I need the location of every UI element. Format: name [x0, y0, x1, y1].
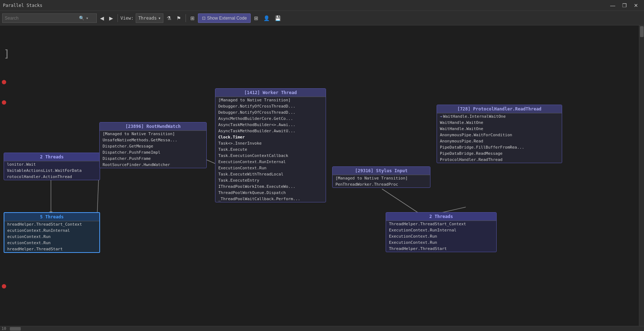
five-threads-node[interactable]: 5 Threads hreadHelper.ThreadStart_Contex…	[4, 212, 100, 253]
title-bar-text: Parallel Stacks	[3, 3, 42, 8]
node-row: IThreadPoolWorkItem.ExecuteWo...	[215, 183, 326, 190]
node-row: Task.ExecuteEntry	[215, 177, 326, 183]
right-scrollbar[interactable]	[639, 25, 644, 326]
node-row: PenThreadWorker.ThreadProc	[333, 181, 430, 187]
view-dropdown-icon: ▾	[158, 16, 161, 21]
protocol-handler-read-body: ⇒WaitHandle.InternalWaitOne WaitHandle.W…	[437, 113, 562, 163]
show-external-code-button[interactable]: ⊡ Show External Code	[198, 13, 251, 23]
node-row: WaitHandle.WaitOne	[437, 126, 562, 132]
node-row-highlighted: Clock.Timer	[215, 134, 326, 140]
node-row: ecutionContext.RunInternal	[4, 227, 99, 234]
view-dropdown[interactable]: Threads ▾	[136, 13, 163, 23]
two-threads-header: 2 Threads	[4, 153, 100, 161]
node-row: ExecutionContext.Run	[386, 233, 496, 239]
node-row: Dispatcher.PushFrame	[100, 156, 206, 162]
node-row: ThreadHelper.ThreadStart_Context	[386, 221, 496, 227]
show-external-label: Show External Code	[207, 16, 247, 21]
worker-thread-body: [Managed to Native Transition] Debugger.…	[215, 97, 326, 202]
user-button[interactable]: 👤	[262, 13, 271, 23]
protocol-handler-read-header: [728] ProtocolHandler.ReadThread	[437, 105, 562, 113]
right-scroll-thumb[interactable]	[640, 26, 644, 37]
protocol-handler-read-node[interactable]: [728] ProtocolHandler.ReadThread ⇒WaitHa…	[437, 105, 562, 163]
worker-thread-header: [1412] Worker Thread	[215, 89, 326, 97]
search-input[interactable]	[5, 16, 77, 21]
search-box[interactable]: 🔍 ▾	[2, 13, 97, 23]
node-row: [Managed to Native Transition]	[333, 175, 430, 181]
root-hwnd-watch-node[interactable]: [23896] RootHwndWatch [Managed to Native…	[99, 122, 207, 168]
svg-line-2	[207, 160, 215, 164]
node-row: ProtocolHandler.ReadThread	[437, 157, 562, 163]
node-row: Debugger.NotifyOfCrossThreadD...	[215, 109, 326, 116]
node-row: WaitHandle.WaitOne	[437, 120, 562, 126]
node-row: AsyncMethodBuilderCore.GetCo...	[215, 116, 326, 122]
node-row: [Managed to Native Transition]	[100, 131, 206, 137]
scrollbar-label: 10	[1, 326, 6, 331]
node-row: PipeDataBridge.ReadMessage	[437, 150, 562, 157]
view-label: View:	[120, 16, 134, 21]
node-row: _ThreadPoolWaitCallback.Perform...	[215, 196, 326, 202]
node-row: lonitor.Wait	[4, 161, 100, 167]
node-row: ecutionContext.Run	[4, 234, 99, 240]
bracket-indicator: ]	[4, 49, 10, 59]
node-row: AnonymousPipe.Read	[437, 138, 562, 144]
two-threads-right-node[interactable]: 2 Threads ThreadHelper.ThreadStart_Conte…	[386, 212, 497, 252]
minimize-button[interactable]: —	[608, 2, 618, 9]
node-row: Dispatcher.GetMessage	[100, 143, 206, 149]
title-bar: Parallel Stacks — ❐ ✕	[0, 0, 644, 11]
node-row: ThreadPoolWorkQueue.Dispatch	[215, 190, 326, 196]
svg-line-3	[382, 189, 418, 213]
close-button[interactable]: ✕	[631, 2, 641, 9]
filter-button[interactable]: ⚗	[165, 13, 173, 23]
two-threads-right-body: ThreadHelper.ThreadStart_Context Executi…	[386, 221, 496, 252]
arrow-icon: ⇒	[440, 114, 442, 119]
back-button[interactable]: ◀	[98, 13, 106, 23]
layout-button[interactable]: ⊞	[188, 13, 196, 23]
bottom-scrollbar[interactable]: 10	[0, 326, 644, 331]
separator-2	[186, 14, 186, 22]
node-row: ⇒WaitHandle.InternalWaitOne	[437, 113, 562, 120]
toolbar: 🔍 ▾ ◀ ▶ View: Threads ▾ ⚗ ⚑ ⊞ ⊡ Show Ext…	[0, 11, 644, 25]
stylus-input-header: [29316] Stylus Input	[333, 167, 430, 175]
node-row: UnsafeNativeMethods.GetMessa...	[100, 137, 206, 143]
two-threads-body: lonitor.Wait VaitableActionsList.WaitFor…	[4, 161, 100, 180]
restore-button[interactable]: ❐	[619, 2, 629, 9]
five-threads-header: 5 Threads	[4, 213, 99, 221]
node-row: Debugger.NotifyOfCrossThreadD...	[215, 103, 326, 109]
forward-button[interactable]: ▶	[107, 13, 115, 23]
flag-button[interactable]: ⚑	[175, 13, 183, 23]
node-row: Dispatcher.PushFrameImpl	[100, 149, 206, 156]
node-row: hreadHelper.ThreadStart_Context	[4, 221, 99, 227]
search-dropdown-icon[interactable]: ▾	[86, 16, 88, 21]
node-row: ecutionContext.Run	[4, 240, 99, 246]
node-row: [Managed to Native Transition]	[215, 97, 326, 103]
title-bar-controls: — ❐ ✕	[608, 2, 641, 9]
node-row: rotocolHandler.ActionThread	[4, 174, 100, 180]
root-hwnd-watch-body: [Managed to Native Transition] UnsafeNat…	[100, 131, 206, 168]
node-row: ExecutionContext.RunInternal	[386, 227, 496, 233]
red-dot-2	[2, 100, 6, 105]
five-threads-body: hreadHelper.ThreadStart_Context ecutionC…	[4, 221, 99, 252]
node-row: VaitableActionsList.WaitForData	[4, 167, 100, 174]
two-threads-node[interactable]: 2 Threads lonitor.Wait VaitableActionsLi…	[4, 153, 100, 180]
node-row: hreadHelper.ThreadStart	[4, 246, 99, 252]
node-row: AsyncTaskMethodBuilder.AwaitU...	[215, 128, 326, 134]
node-row: ExecutionContext.RunInternal	[215, 159, 326, 165]
root-hwnd-watch-header: [23896] RootHwndWatch	[100, 122, 206, 131]
save-button[interactable]: 💾	[273, 13, 283, 23]
two-threads-right-header: 2 Threads	[386, 213, 496, 221]
red-dot-1	[2, 80, 6, 84]
zoom-button[interactable]: ⊞	[252, 13, 260, 23]
red-dot-3	[2, 284, 6, 288]
node-row: Task.ExecuteWithThreadLocal	[215, 171, 326, 177]
node-row: RootSourceFinder.HwndWatcher	[100, 162, 206, 168]
worker-thread-node[interactable]: [1412] Worker Thread [Managed to Native …	[215, 88, 326, 202]
search-icon: 🔍	[79, 16, 84, 21]
node-row: ThreadHelper.ThreadStart	[386, 246, 496, 252]
node-row: Task<>.InnerInvoke	[215, 140, 326, 146]
node-row: Task.ExecutionContextCallback	[215, 153, 326, 159]
node-row: ExecutionContext.Run	[215, 165, 326, 171]
stylus-input-node[interactable]: [29316] Stylus Input [Managed to Native …	[332, 166, 430, 188]
node-row: ExecutionContext.Run	[386, 239, 496, 246]
scrollbar-thumb[interactable]	[10, 327, 21, 331]
node-row: AnonymousPipe.WaitForCondition	[437, 132, 562, 138]
